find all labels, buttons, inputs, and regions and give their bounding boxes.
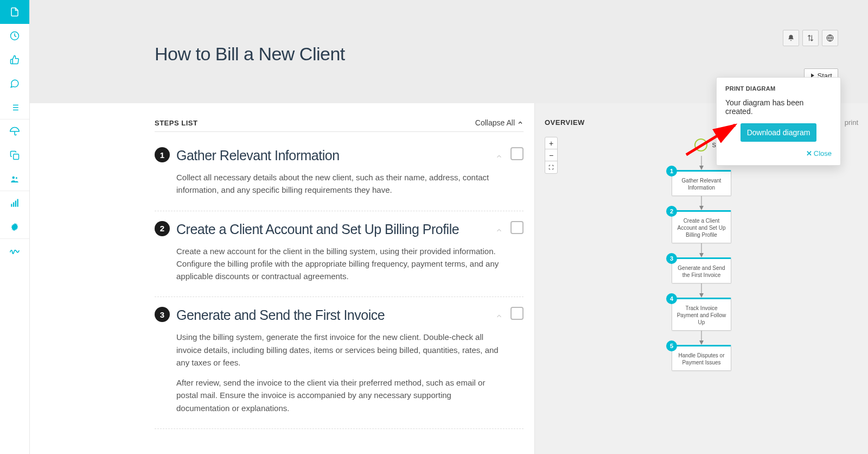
download-diagram-button[interactable]: Download diagram xyxy=(741,123,816,142)
sidebar-item-file[interactable] xyxy=(0,0,29,24)
popover-close-label: Close xyxy=(814,149,832,157)
diagram-arrow-icon xyxy=(672,196,731,210)
start-circle-icon xyxy=(694,138,707,152)
sidebar-item-list[interactable] xyxy=(0,96,29,119)
list-icon xyxy=(10,103,20,112)
diagram-node-label: Gather Relevant Information xyxy=(682,178,722,191)
chevron-up-icon xyxy=(495,226,503,234)
sidebar-item-stats[interactable] xyxy=(0,191,29,215)
diagram-node-label: Generate and Send the First Invoice xyxy=(678,265,725,278)
step-item: 2 Create a Client Account and Set Up Bil… xyxy=(155,211,524,298)
step-description-paragraph: After review, send the invoice to the cl… xyxy=(176,376,502,414)
gear-icon xyxy=(10,222,20,232)
sidebar-item-signature[interactable] xyxy=(0,239,29,263)
svg-rect-7 xyxy=(14,154,19,160)
clock-icon xyxy=(10,31,20,41)
bell-icon xyxy=(787,34,795,42)
svg-marker-19 xyxy=(699,166,704,170)
step-number-badge: 3 xyxy=(155,307,170,322)
step-collapse-toggle[interactable] xyxy=(495,312,503,321)
diagram-node[interactable]: 4Track Invoice Payment and Follow Up xyxy=(672,298,731,331)
diagram-node[interactable]: 1Gather Relevant Information xyxy=(672,170,731,196)
chevron-up-icon xyxy=(495,153,503,160)
notifications-button[interactable] xyxy=(783,30,799,46)
umbrella-icon xyxy=(10,127,20,136)
stats-icon xyxy=(10,198,20,208)
diagram-node-label: Create a Client Account and Set Up Billi… xyxy=(678,218,726,238)
step-checkbox[interactable] xyxy=(510,221,524,234)
overview-title: OVERVIEW xyxy=(545,118,585,127)
step-item: 3 Generate and Send the First Invoice Us… xyxy=(155,297,524,429)
header-tools xyxy=(783,30,838,46)
chevron-up-icon xyxy=(517,119,524,126)
diagram-node-number: 2 xyxy=(666,206,677,217)
sidebar xyxy=(0,0,30,454)
step-description-paragraph: Collect all necessary details about the … xyxy=(176,171,502,197)
print-link[interactable]: print xyxy=(845,118,858,127)
svg-marker-23 xyxy=(699,253,704,257)
close-x-icon: ✕ xyxy=(806,149,812,157)
diagram-node[interactable]: 2Create a Client Account and Set Up Bill… xyxy=(672,210,731,243)
svg-marker-25 xyxy=(699,293,704,298)
sidebar-item-gear[interactable] xyxy=(0,215,29,239)
svg-rect-11 xyxy=(13,203,14,207)
step-title: Gather Relevant Information xyxy=(176,147,502,163)
svg-rect-10 xyxy=(11,204,12,207)
print-diagram-popover: PRINT DIAGRAM Your diagram has been crea… xyxy=(716,77,841,166)
chat-icon xyxy=(10,79,20,89)
steps-header: STEPS LIST Collapse All xyxy=(155,109,524,132)
svg-point-9 xyxy=(16,177,17,179)
sidebar-item-thumbs-up[interactable] xyxy=(0,48,29,72)
collapse-all-button[interactable]: Collapse All xyxy=(475,118,524,127)
step-checkbox[interactable] xyxy=(510,307,524,320)
step-description: Collect all necessary details about the … xyxy=(176,171,502,197)
steps-column: STEPS LIST Collapse All 1 Gather Relevan… xyxy=(155,103,524,454)
file-icon xyxy=(10,7,20,17)
sidebar-item-umbrella[interactable] xyxy=(0,119,29,143)
popover-close-button[interactable]: ✕ Close xyxy=(725,149,832,157)
svg-point-8 xyxy=(12,176,15,179)
popover-message: Your diagram has been created. xyxy=(725,98,832,116)
svg-marker-21 xyxy=(699,206,704,210)
svg-rect-12 xyxy=(15,201,16,207)
step-description-paragraph: Using the billing system, generate the f… xyxy=(176,331,502,369)
step-description: Create a new account for the client in t… xyxy=(176,245,502,283)
diagram-node-number: 1 xyxy=(666,166,677,176)
diagram-node-number: 4 xyxy=(666,293,677,304)
diagram-arrow-icon xyxy=(672,283,731,298)
diagram-arrow-icon xyxy=(672,331,731,345)
collapse-all-label: Collapse All xyxy=(475,118,515,127)
diagram-node-label: Track Invoice Payment and Follow Up xyxy=(677,305,726,325)
sidebar-item-clock[interactable] xyxy=(0,24,29,48)
users-icon xyxy=(10,174,20,184)
thumbs-up-icon xyxy=(10,55,20,65)
chevron-up-icon xyxy=(495,312,503,320)
diagram-node-number: 3 xyxy=(666,253,677,264)
svg-marker-27 xyxy=(699,340,704,345)
diagram-node-number: 5 xyxy=(666,340,677,351)
step-description: Using the billing system, generate the f… xyxy=(176,331,502,414)
globe-button[interactable] xyxy=(822,30,838,46)
step-number-badge: 2 xyxy=(155,221,170,236)
globe-icon xyxy=(826,34,834,42)
sidebar-item-chat[interactable] xyxy=(0,72,29,96)
step-collapse-toggle[interactable] xyxy=(495,226,503,236)
copy-icon xyxy=(10,150,20,160)
step-checkbox[interactable] xyxy=(510,147,524,160)
sidebar-item-users[interactable] xyxy=(0,167,29,191)
diagram-node[interactable]: 5Handle Disputes or Payment Issues xyxy=(672,345,731,371)
diagram-node-label: Handle Disputes or Payment Issues xyxy=(678,352,724,365)
step-description-paragraph: Create a new account for the client in t… xyxy=(176,245,502,283)
diagram-node[interactable]: 3Generate and Send the First Invoice xyxy=(672,257,731,283)
sidebar-item-copy[interactable] xyxy=(0,143,29,167)
diagram-area[interactable]: Start 1Gather Relevant Information2Creat… xyxy=(535,133,868,454)
diagram-arrow-icon xyxy=(672,243,731,257)
popover-title: PRINT DIAGRAM xyxy=(725,85,832,92)
signature-icon xyxy=(9,247,20,255)
step-number-badge: 1 xyxy=(155,147,170,162)
swap-vert-icon xyxy=(807,34,814,42)
step-collapse-toggle[interactable] xyxy=(495,153,503,162)
step-title: Generate and Send the First Invoice xyxy=(176,307,502,323)
swap-button[interactable] xyxy=(802,30,819,46)
steps-list-title: STEPS LIST xyxy=(155,119,197,127)
